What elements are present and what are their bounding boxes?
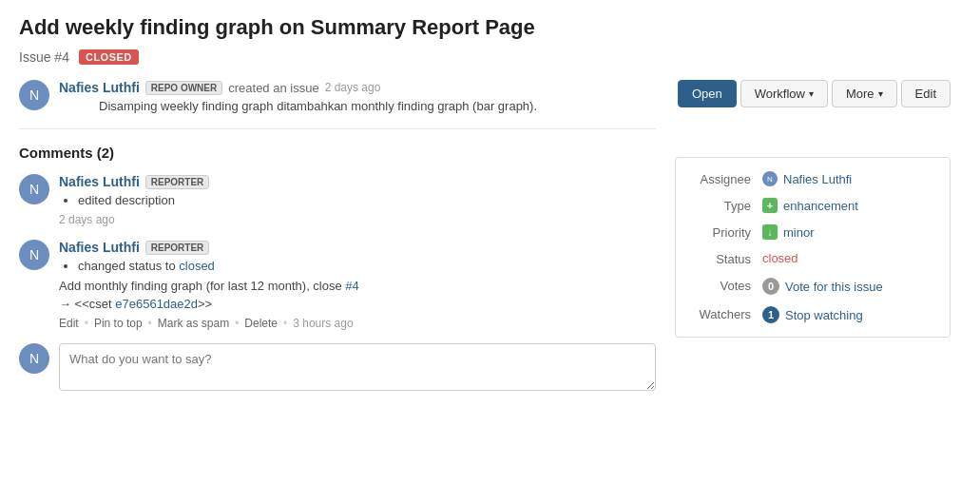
comment-1-bullet: edited description xyxy=(78,193,656,207)
comment-2-actions: Edit • Pin to top • Mark as spam • Delet… xyxy=(59,317,656,330)
comment-2-status-link[interactable]: closed xyxy=(179,259,215,273)
stop-watching-link[interactable]: Stop watching xyxy=(785,308,863,322)
creator-action: created an issue xyxy=(228,81,318,95)
more-label: More xyxy=(846,87,874,101)
comment-2-timestamp: 3 hours ago xyxy=(293,317,353,330)
comment-2-username[interactable]: Nafies Luthfi xyxy=(59,240,140,255)
page-title: Add weekly finding graph on Summary Repo… xyxy=(19,15,961,40)
comment-2-body-text: Add monthly finding graph (for last 12 m… xyxy=(59,279,656,293)
comment-2-body: changed status to closed xyxy=(59,259,656,273)
compose-avatar: N xyxy=(19,343,49,374)
sidebar-value-watchers: 1 Stop watching xyxy=(762,306,934,323)
creator-role-badge: REPO OWNER xyxy=(145,81,222,95)
issue-number: Issue #4 xyxy=(19,49,69,65)
comment-2-spam[interactable]: Mark as spam xyxy=(158,317,229,330)
comment-2-content: Nafies Luthfi REPORTER changed status to… xyxy=(59,240,656,330)
creator-username[interactable]: Nafies Luthfi xyxy=(59,80,140,95)
sidebar-label-priority: Priority xyxy=(691,224,762,240)
sidebar-label-assignee: Assignee xyxy=(691,171,762,186)
open-button[interactable]: Open xyxy=(678,80,737,107)
comment-2-issue-link[interactable]: #4 xyxy=(345,279,358,293)
compose-block: N xyxy=(19,343,656,391)
comment-2-pin[interactable]: Pin to top xyxy=(94,317,143,330)
comment-2-bullet-prefix: changed status to xyxy=(78,259,176,273)
vote-link[interactable]: Vote for this issue xyxy=(785,280,883,294)
watchers-count-badge: 1 xyxy=(762,306,779,323)
sidebar-value-votes: 0 Vote for this issue xyxy=(762,278,934,295)
sidebar-value-priority: ↓ minor xyxy=(762,224,934,240)
sidebar-row-priority: Priority ↓ minor xyxy=(691,224,934,240)
comment-2-role-badge: REPORTER xyxy=(145,241,210,255)
sidebar-value-assignee: N Nafies Luthfi xyxy=(762,171,934,186)
sidebar-row-watchers: Watchers 1 Stop watching xyxy=(691,306,934,323)
comment-2-meta: Nafies Luthfi REPORTER xyxy=(59,240,656,255)
sidebar-row-votes: Votes 0 Vote for this issue xyxy=(691,278,934,295)
sidebar-value-type: + enhancement xyxy=(762,198,934,213)
comment-1-meta: Nafies Luthfi REPORTER xyxy=(59,174,656,189)
status-value: closed xyxy=(762,251,798,265)
left-panel: N Nafies Luthfi REPO OWNER created an is… xyxy=(19,80,656,391)
priority-icon: ↓ xyxy=(762,224,778,240)
creator-description: Disamping weekly finding graph ditambahk… xyxy=(99,99,656,113)
sidebar-label-votes: Votes xyxy=(691,278,762,293)
assignee-link[interactable]: Nafies Luthfi xyxy=(783,172,852,186)
sidebar-box: Assignee N Nafies Luthfi Type + enhancem… xyxy=(675,157,951,338)
sidebar-value-status: closed xyxy=(762,251,934,265)
comment-2-delete[interactable]: Delete xyxy=(244,317,278,330)
comment-1: N Nafies Luthfi REPORTER edited descript… xyxy=(19,174,656,226)
priority-link[interactable]: minor xyxy=(783,225,815,240)
assignee-avatar: N xyxy=(762,171,778,186)
comment-2-cset-link[interactable]: e7e6561dae2d xyxy=(115,297,198,311)
comment-1-role-badge: REPORTER xyxy=(145,175,210,189)
dot-3: • xyxy=(235,317,239,330)
comment-2: N Nafies Luthfi REPORTER changed status … xyxy=(19,240,656,330)
action-bar: Open Workflow ▾ More ▾ Edit xyxy=(675,80,951,107)
sidebar-row-assignee: Assignee N Nafies Luthfi xyxy=(691,171,934,186)
creator-block: N Nafies Luthfi REPO OWNER created an is… xyxy=(19,80,656,113)
edit-button[interactable]: Edit xyxy=(901,80,951,107)
comment-1-username[interactable]: Nafies Luthfi xyxy=(59,174,140,189)
comment-2-avatar: N xyxy=(19,240,49,270)
compose-textarea[interactable] xyxy=(59,343,656,391)
comment-2-cset: → <<cset e7e6561dae2d>> xyxy=(59,297,656,311)
creator-line: Nafies Luthfi REPO OWNER created an issu… xyxy=(59,80,656,95)
sidebar-label-status: Status xyxy=(691,251,762,266)
comment-2-bullet: changed status to closed xyxy=(78,259,656,273)
comment-1-body: edited description xyxy=(59,193,656,207)
type-icon: + xyxy=(762,198,778,213)
dot-1: • xyxy=(85,317,88,330)
workflow-button[interactable]: Workflow ▾ xyxy=(740,80,828,107)
sidebar-row-type: Type + enhancement xyxy=(691,198,934,213)
more-button[interactable]: More ▾ xyxy=(832,80,897,107)
workflow-chevron-icon: ▾ xyxy=(809,88,814,99)
sidebar-label-watchers: Watchers xyxy=(691,306,762,321)
more-chevron-icon: ▾ xyxy=(878,88,883,99)
comments-heading: Comments (2) xyxy=(19,145,656,161)
comment-2-edit[interactable]: Edit xyxy=(59,317,79,330)
comment-1-content: Nafies Luthfi REPORTER edited descriptio… xyxy=(59,174,656,226)
creator-timestamp: 2 days ago xyxy=(325,81,381,94)
divider-1 xyxy=(19,128,656,129)
comment-1-avatar: N xyxy=(19,174,49,204)
creator-avatar: N xyxy=(19,80,49,110)
issue-status-badge: CLOSED xyxy=(79,49,139,65)
right-panel: Open Workflow ▾ More ▾ Edit Assignee N N… xyxy=(675,80,951,391)
dot-2: • xyxy=(148,317,152,330)
workflow-label: Workflow xyxy=(755,87,805,101)
creator-info: Nafies Luthfi REPO OWNER created an issu… xyxy=(59,80,656,113)
issue-meta: Issue #4 CLOSED xyxy=(19,49,961,65)
main-layout: N Nafies Luthfi REPO OWNER created an is… xyxy=(19,80,961,391)
type-link[interactable]: enhancement xyxy=(783,199,858,213)
sidebar-label-type: Type xyxy=(691,198,762,213)
dot-4: • xyxy=(283,317,287,330)
comment-1-timestamp: 2 days ago xyxy=(59,213,656,226)
votes-count-badge: 0 xyxy=(762,278,779,295)
sidebar-row-status: Status closed xyxy=(691,251,934,266)
